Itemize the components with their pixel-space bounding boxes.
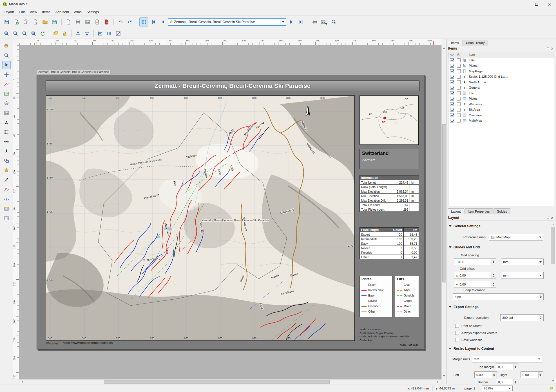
lower-items-button[interactable]: [83, 29, 91, 38]
spin-down-icon[interactable]: [514, 367, 518, 370]
lifts-legend-item[interactable]: Lifts Chair T-bar Gondola Carpet Mixed O…: [395, 276, 419, 317]
visibility-checkbox[interactable]: [450, 64, 454, 68]
guides-grid-section[interactable]: Guides and Grid: [449, 245, 480, 250]
pan-tool-button[interactable]: [2, 42, 11, 50]
atlas-feature-combo[interactable]: 8: Zermatt - Breuil-Cervinia, Breuil-Cer…: [168, 18, 286, 26]
group-items-button[interactable]: [52, 29, 60, 38]
menu-item[interactable]: Settings: [84, 9, 101, 15]
scrollbar-thumb[interactable]: [442, 124, 446, 282]
layout-panel-scrollbar[interactable]: [551, 222, 555, 384]
atlas-first-feature-button[interactable]: [149, 17, 158, 26]
panel-float-button[interactable]: [546, 46, 550, 50]
scrollbar-thumb[interactable]: [104, 380, 330, 384]
duplicate-layout-button[interactable]: [21, 17, 30, 26]
visibility-checkbox[interactable]: [450, 119, 454, 122]
lock-items-button[interactable]: [61, 29, 69, 38]
print-atlas-button[interactable]: [310, 17, 319, 26]
visibility-checkbox[interactable]: [450, 80, 454, 84]
visibility-checkbox[interactable]: [450, 102, 454, 106]
menu-item[interactable]: View: [27, 9, 40, 15]
add-node-item-button[interactable]: [2, 185, 11, 194]
lock-checkbox[interactable]: [457, 69, 461, 73]
spin-down-icon[interactable]: [492, 275, 496, 279]
spin-up-icon[interactable]: [492, 259, 496, 262]
atlas-previous-feature-button[interactable]: [158, 17, 168, 26]
item-row[interactable]: SkiArea: [448, 107, 554, 113]
move-item-content-button[interactable]: [2, 70, 11, 79]
export-image-button[interactable]: [83, 17, 92, 26]
spin-down-icon[interactable]: [492, 375, 497, 378]
atlas-settings-button[interactable]: [329, 17, 338, 26]
spin-up-icon[interactable]: [492, 281, 496, 284]
zoom-in-button[interactable]: [11, 29, 20, 38]
layout-page[interactable]: Zermatt - Breuil-Cervinia, Breuil-Cervin…: [37, 75, 425, 349]
edit-nodes-button[interactable]: [2, 80, 11, 88]
messages-button[interactable]: [549, 386, 553, 390]
menu-item[interactable]: Atlas: [72, 9, 84, 15]
spin-up-icon[interactable]: [539, 372, 543, 375]
lock-checkbox[interactable]: [457, 108, 461, 112]
refresh-view-button[interactable]: [38, 29, 47, 38]
menu-item[interactable]: Items: [40, 9, 53, 15]
lock-checkbox[interactable]: [457, 91, 461, 95]
export-atlas-button[interactable]: [320, 17, 329, 26]
lock-checkbox[interactable]: [457, 86, 461, 90]
lock-checkbox[interactable]: [457, 80, 461, 84]
export-resolution-spinbox[interactable]: 300 dpi: [500, 314, 544, 321]
menu-item[interactable]: Add Item: [53, 9, 72, 15]
add-3d-map-button[interactable]: [2, 99, 11, 108]
add-north-arrow-button[interactable]: [2, 147, 11, 155]
spin-up-icon[interactable]: [514, 364, 518, 367]
grid-offset-x-spinbox[interactable]: x: 0,00: [454, 272, 496, 279]
undo-button[interactable]: [116, 17, 125, 26]
add-attribute-table-button[interactable]: [2, 204, 11, 213]
item-row[interactable]: Pistes: [448, 63, 554, 69]
panel-close-button[interactable]: [550, 46, 554, 50]
spin-up-icon[interactable]: [539, 294, 543, 297]
lock-checkbox[interactable]: [457, 97, 461, 101]
visibility-checkbox[interactable]: [450, 97, 454, 101]
info-table-item[interactable]: Information Total Length214,45kmRank (To…: [359, 175, 419, 212]
panel-close-button[interactable]: [550, 216, 554, 220]
export-svg-button[interactable]: [93, 17, 102, 26]
add-legend-button[interactable]: [2, 128, 11, 136]
preview-atlas-button[interactable]: [139, 17, 148, 26]
add-arrow-button[interactable]: [2, 176, 11, 184]
item-row[interactable]: Scale: 1:125.000 Grid Lat...: [448, 74, 554, 80]
save-template-button[interactable]: [50, 17, 59, 26]
raise-items-button[interactable]: [74, 29, 82, 38]
item-row[interactable]: Pistes: [448, 96, 554, 102]
piste-table-item[interactable]: Piste length Count km Expert2016,45Inter…: [359, 227, 419, 259]
visibility-checkbox[interactable]: [450, 108, 454, 112]
add-scalebar-button[interactable]: [2, 137, 11, 146]
visibility-checkbox[interactable]: [450, 86, 454, 90]
zoom-full-button[interactable]: [2, 29, 11, 38]
canvas-vertical-scrollbar[interactable]: [441, 45, 446, 379]
general-settings-section[interactable]: General Settings: [449, 224, 480, 228]
print-button[interactable]: [73, 17, 82, 26]
spin-up-icon[interactable]: [539, 315, 543, 318]
layout-manager-button[interactable]: [31, 17, 40, 26]
page-setup-button[interactable]: [64, 17, 73, 26]
item-row[interactable]: Lifts: [448, 57, 554, 63]
item-row[interactable]: North Arrow: [448, 79, 554, 85]
visibility-checkbox[interactable]: [450, 113, 454, 117]
distribute-items-button[interactable]: [105, 29, 113, 38]
save-project-button[interactable]: [2, 17, 11, 26]
zoom-tool-button[interactable]: [2, 51, 11, 60]
add-shape-button[interactable]: [2, 157, 11, 165]
top-margin-spinbox[interactable]: 0,00: [496, 364, 518, 370]
scrollbar-thumb[interactable]: [551, 227, 555, 264]
visibility-checkbox[interactable]: [450, 58, 454, 62]
minimize-button[interactable]: [517, 0, 530, 8]
add-picture-button[interactable]: [2, 109, 11, 117]
left-margin-spinbox[interactable]: 0,00: [474, 371, 497, 378]
spin-up-icon[interactable]: [492, 272, 496, 275]
add-map-button[interactable]: [2, 90, 11, 98]
resize-layout-section[interactable]: Resize Layout to Content: [449, 346, 494, 351]
maximize-button[interactable]: [530, 0, 543, 8]
option-checkbox[interactable]: [455, 338, 459, 342]
reference-map-combo[interactable]: MainMap: [489, 234, 543, 240]
lock-checkbox[interactable]: [457, 64, 461, 68]
spin-down-icon[interactable]: [492, 262, 496, 265]
